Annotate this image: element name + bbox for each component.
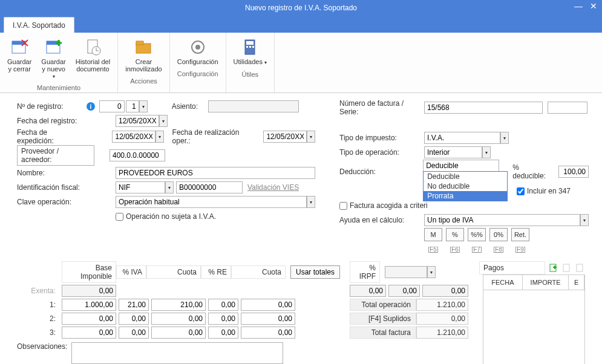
proveedor-label[interactable]: Proveedor / acreedor: — [17, 145, 94, 166]
header-cuota: Cuota — [146, 265, 201, 279]
observaciones-input[interactable] — [71, 342, 283, 364]
num-factura-input[interactable] — [424, 102, 543, 114]
key-f6: [F6] — [446, 246, 464, 253]
pagos-label: Pagos — [479, 261, 545, 275]
r1-iva[interactable] — [119, 299, 149, 311]
close-icon[interactable]: ✕ — [590, 1, 597, 11]
pct-deducible-label: % deducible: — [512, 163, 554, 180]
deduccion-opt-deducible[interactable]: Deducible — [424, 172, 507, 181]
no-sujeta-checkbox[interactable]: Operación no sujeta a I.V.A. — [116, 212, 216, 221]
info-icon[interactable]: i — [87, 102, 95, 111]
r3-iva[interactable] — [119, 327, 149, 339]
r1-re[interactable] — [208, 299, 238, 311]
tab-iva-soportado[interactable]: I.V.A. Soportado — [4, 17, 74, 33]
r2-cuota2[interactable] — [241, 313, 295, 325]
r1-cuota[interactable] — [151, 299, 206, 311]
save-new-button[interactable]: Guardar y nuevo▾ — [39, 36, 68, 80]
r3-cuota2[interactable] — [241, 327, 295, 339]
fecha-registro-input[interactable] — [116, 115, 159, 127]
r2-cuota[interactable] — [151, 313, 206, 325]
key-f9: [F9] — [511, 246, 529, 253]
group-config: Configuración — [175, 69, 221, 77]
proveedor-input[interactable] — [110, 149, 165, 161]
suplidos-label: [F4] Suplidos — [350, 313, 416, 325]
factura-criterio-checkbox[interactable]: Factura acogida a criteri — [339, 201, 428, 210]
total-operacion-label: Total operación — [350, 299, 416, 311]
dropdown-icon[interactable]: ▾ — [482, 146, 491, 158]
irpf-base — [388, 285, 420, 297]
r1-base[interactable] — [62, 299, 116, 311]
dropdown-icon[interactable]: ▾ — [139, 100, 148, 112]
clave-operacion-select[interactable] — [116, 196, 307, 208]
config-button[interactable]: Configuración — [175, 36, 221, 67]
id-fiscal-tipo[interactable] — [116, 181, 165, 193]
group-acciones: Acciones — [123, 76, 165, 85]
header-pctirpf: % IRPF — [350, 261, 380, 283]
incluir-347-checkbox[interactable]: Incluir en 347 — [517, 187, 571, 195]
dropdown-icon[interactable]: ▾ — [165, 181, 174, 193]
r1-cuota2[interactable] — [241, 299, 295, 311]
help-pctpct-button[interactable]: %% — [468, 228, 486, 241]
validacion-vies-link[interactable]: Validación VIES — [247, 183, 299, 192]
ayuda-calculo-select[interactable] — [424, 214, 580, 226]
svg-rect-19 — [249, 46, 251, 48]
help-ret-button[interactable]: Ret. — [511, 228, 529, 241]
irpf-select[interactable] — [385, 266, 427, 278]
total-factura-value: 1.210,00 — [416, 327, 468, 339]
ribbon: Guardar y cerrar Guardar y nuevo▾ Histor… — [0, 33, 602, 93]
tipo-impuesto-select[interactable] — [424, 132, 500, 144]
serie-input[interactable] — [548, 102, 587, 114]
r2-iva[interactable] — [119, 313, 149, 325]
usar-totales-button[interactable]: Usar totales — [290, 265, 340, 279]
dropdown-icon[interactable]: ▾ — [307, 196, 315, 208]
pagos-header-fecha: FECHA — [483, 275, 523, 290]
r2-base[interactable] — [62, 313, 116, 325]
asiento-label: Asiento: — [172, 102, 208, 111]
dropdown-icon[interactable]: ▾ — [580, 214, 589, 226]
minimize-icon[interactable]: — — [574, 1, 583, 11]
history-icon — [83, 37, 102, 57]
fecha-registro-label: Fecha del registro: — [17, 117, 87, 125]
dropdown-icon[interactable]: ▾ — [500, 132, 509, 144]
deduccion-select[interactable] — [423, 160, 499, 172]
r3-base[interactable] — [62, 327, 116, 339]
doc-history-button[interactable]: Historial del documento — [73, 36, 113, 80]
save-close-icon — [10, 37, 29, 57]
utilities-button[interactable]: Utilidades ▾ — [231, 36, 269, 67]
id-fiscal-input[interactable] — [176, 181, 243, 193]
dropdown-icon[interactable]: ▾ — [159, 115, 168, 127]
dropdown-icon[interactable]: ▾ — [307, 131, 315, 143]
help-m-button[interactable]: M — [424, 228, 442, 241]
fecha-expedicion-input[interactable] — [112, 131, 155, 143]
deduccion-label: Deducción: — [339, 167, 423, 176]
nombre-input[interactable] — [116, 167, 315, 179]
save-close-button[interactable]: Guardar y cerrar — [5, 36, 34, 80]
dropdown-icon[interactable]: ▾ — [427, 266, 436, 278]
edit-payment-icon[interactable] — [562, 263, 572, 273]
add-payment-icon[interactable] — [549, 263, 558, 273]
dropdown-icon[interactable]: ▾ — [155, 131, 164, 143]
deduccion-opt-no-deducible[interactable]: No deducible — [424, 181, 507, 191]
deduccion-opt-prorrata[interactable]: Prorrata — [424, 191, 507, 201]
r2-re[interactable] — [208, 313, 238, 325]
key-f7: [F7] — [468, 246, 486, 253]
total-operacion-value: 1.210,00 — [416, 299, 468, 311]
gear-icon — [188, 37, 208, 57]
save-new-icon — [44, 37, 64, 57]
tipo-impuesto-label: Tipo de impuesto: — [339, 134, 424, 142]
pagos-header-e: E — [569, 275, 584, 290]
create-asset-button[interactable]: Crear inmovilizado — [123, 36, 165, 74]
svg-rect-20 — [252, 46, 254, 48]
fecha-realizacion-input[interactable] — [263, 131, 307, 143]
help-0-button[interactable]: 0% — [489, 228, 508, 241]
pct-deducible-input[interactable] — [558, 166, 589, 178]
r3-re[interactable] — [208, 327, 238, 339]
fecha-realizacion-label: Fecha de realización oper.: — [172, 128, 257, 145]
tipo-operacion-select[interactable] — [424, 146, 482, 158]
suplidos-value: 0,00 — [416, 313, 468, 325]
help-pct-button[interactable]: % — [446, 228, 464, 241]
r3-cuota[interactable] — [151, 327, 206, 339]
num-registro-spin[interactable] — [126, 100, 139, 112]
delete-payment-icon[interactable] — [575, 263, 585, 273]
num-registro-input[interactable] — [99, 100, 125, 112]
